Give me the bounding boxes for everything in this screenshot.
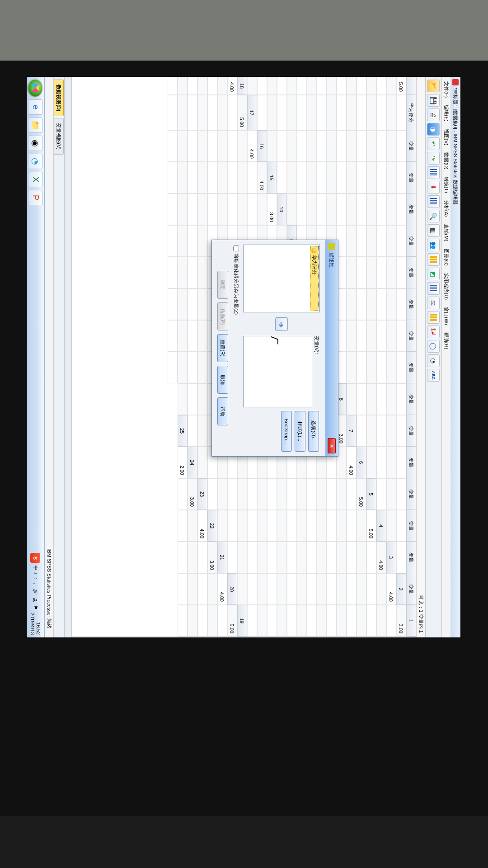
data-cell[interactable] xyxy=(257,510,267,542)
data-cell[interactable]: 4.00 xyxy=(376,542,386,573)
data-cell[interactable] xyxy=(178,383,188,415)
data-cell[interactable] xyxy=(347,288,357,320)
data-cell[interactable] xyxy=(217,510,227,542)
data-cell[interactable] xyxy=(267,95,277,130)
data-cell[interactable] xyxy=(366,320,376,352)
tab-variable-view[interactable]: 变量视图(V) xyxy=(54,118,64,155)
taskbar[interactable]: e 📁 ◉ ◔ X P S 中 ♪ ：， 🔊 🖧 ⚑ 16:522019/4/1… xyxy=(27,77,45,637)
data-cell[interactable] xyxy=(178,162,188,193)
data-cell[interactable] xyxy=(307,95,317,130)
data-cell[interactable] xyxy=(396,193,406,225)
data-cell[interactable] xyxy=(188,352,197,383)
data-cell[interactable] xyxy=(307,478,317,510)
data-cell[interactable] xyxy=(337,510,347,542)
data-cell[interactable] xyxy=(277,573,287,605)
data-cell[interactable] xyxy=(237,542,247,573)
data-cell[interactable] xyxy=(357,415,366,447)
data-cell[interactable] xyxy=(337,478,347,510)
data-cell[interactable] xyxy=(207,77,217,95)
data-cell[interactable] xyxy=(386,352,396,383)
data-cell[interactable] xyxy=(178,320,188,352)
menu-transform[interactable]: 转换(T) xyxy=(442,174,450,196)
data-cell[interactable] xyxy=(178,193,188,225)
data-cell[interactable] xyxy=(297,542,307,573)
data-cell[interactable] xyxy=(347,320,357,352)
data-cell[interactable] xyxy=(307,162,317,193)
data-cell[interactable] xyxy=(287,573,297,605)
data-cell[interactable] xyxy=(217,95,227,130)
data-cell[interactable] xyxy=(376,573,386,605)
data-cell[interactable] xyxy=(376,130,386,162)
data-cell[interactable] xyxy=(386,193,396,225)
system-tray[interactable]: S 中 ♪ ：， 🔊 🖧 ⚑ 16:522019/4/13 xyxy=(30,553,42,635)
tray-network-icon[interactable]: 🖧 xyxy=(33,598,38,603)
data-cell[interactable] xyxy=(386,605,396,637)
row-header[interactable]: 20 xyxy=(227,573,237,605)
data-cell[interactable] xyxy=(227,542,237,573)
data-cell[interactable] xyxy=(347,478,357,510)
reset-button[interactable]: 重置(R) xyxy=(217,334,228,362)
data-cell[interactable] xyxy=(337,77,347,95)
data-cell[interactable] xyxy=(277,162,287,193)
task-excel-icon[interactable]: X xyxy=(28,172,43,187)
help-button[interactable]: 帮助 xyxy=(217,397,228,425)
data-cell[interactable] xyxy=(168,257,178,288)
data-cell[interactable] xyxy=(217,77,227,95)
data-cell[interactable] xyxy=(188,573,197,605)
data-cell[interactable] xyxy=(396,257,406,288)
data-cell[interactable] xyxy=(376,77,386,95)
data-cell[interactable] xyxy=(257,573,267,605)
data-cell[interactable] xyxy=(178,573,188,605)
use-sets-icon[interactable]: ⚖ xyxy=(427,297,440,309)
data-cell[interactable] xyxy=(386,510,396,542)
data-cell[interactable] xyxy=(277,510,287,542)
data-cell[interactable] xyxy=(188,510,197,542)
data-cell[interactable] xyxy=(396,162,406,193)
menu-help[interactable]: 帮助(H) xyxy=(442,330,450,352)
task-qq-icon[interactable]: ◔ xyxy=(28,154,43,169)
data-cell[interactable] xyxy=(357,130,366,162)
find-icon[interactable]: 🔍 xyxy=(427,210,440,222)
data-cell[interactable] xyxy=(207,193,217,225)
row-header[interactable]: 6 xyxy=(357,447,366,478)
data-cell[interactable] xyxy=(337,605,347,637)
data-cell[interactable] xyxy=(188,77,197,95)
data-cell[interactable] xyxy=(366,352,376,383)
data-cell[interactable] xyxy=(277,95,287,130)
data-cell[interactable] xyxy=(168,130,178,162)
source-variable-list[interactable]: 华为评分 xyxy=(243,245,320,312)
data-cell[interactable] xyxy=(386,288,396,320)
column-header[interactable]: 变量 xyxy=(406,542,416,573)
data-cell[interactable] xyxy=(396,288,406,320)
data-cell[interactable] xyxy=(197,383,207,415)
data-cell[interactable] xyxy=(197,162,207,193)
data-cell[interactable] xyxy=(357,352,366,383)
data-cell[interactable] xyxy=(357,605,366,637)
data-cell[interactable] xyxy=(366,447,376,478)
data-cell[interactable] xyxy=(197,415,207,447)
data-cell[interactable] xyxy=(357,193,366,225)
data-cell[interactable] xyxy=(178,352,188,383)
data-cell[interactable]: 5.00 xyxy=(366,510,376,542)
data-cell[interactable] xyxy=(287,510,297,542)
data-cell[interactable] xyxy=(327,77,337,95)
vertical-scrollbar[interactable] xyxy=(72,637,416,637)
recall-icon[interactable]: ◑ xyxy=(427,123,440,136)
data-cell[interactable] xyxy=(396,447,406,478)
data-cell[interactable] xyxy=(197,320,207,352)
data-cell[interactable] xyxy=(386,257,396,288)
data-cell[interactable] xyxy=(366,193,376,225)
data-cell[interactable] xyxy=(396,320,406,352)
data-cell[interactable] xyxy=(357,542,366,573)
ime-status[interactable]: 中 ♪ ：， xyxy=(32,566,39,586)
data-cell[interactable] xyxy=(197,447,207,478)
row-header[interactable]: 18 xyxy=(237,77,247,95)
column-header[interactable]: 华为评分 xyxy=(406,95,416,130)
data-cell[interactable] xyxy=(317,510,327,542)
data-cell[interactable]: 2.00 xyxy=(178,447,188,478)
data-cell[interactable] xyxy=(327,510,337,542)
print-icon[interactable]: 🖨 xyxy=(427,108,440,121)
data-cell[interactable] xyxy=(168,193,178,225)
data-cell[interactable]: 4.00 xyxy=(347,447,357,478)
data-cell[interactable] xyxy=(386,225,396,257)
